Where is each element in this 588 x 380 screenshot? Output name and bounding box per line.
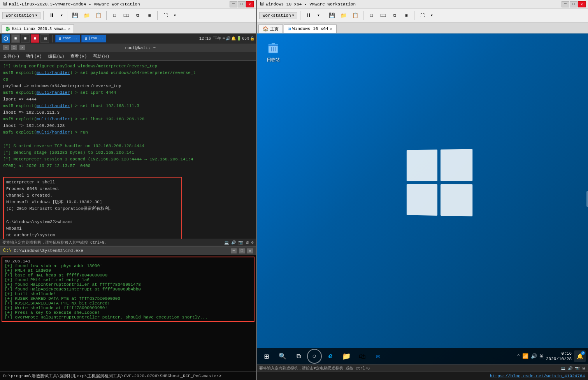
cmd-ctrl-close[interactable]: ✕ bbox=[247, 248, 253, 253]
kali-task-icon4[interactable]: ■ bbox=[31, 34, 39, 43]
right-btn2[interactable]: 📁 bbox=[339, 11, 349, 21]
left-btn1[interactable]: 💾 bbox=[70, 11, 80, 21]
bottom-cmd-area: C:\ C:\Windows\System32\cmd.exe ─ □ ✕ 60… bbox=[0, 246, 256, 380]
left-close-btn[interactable]: ✕ bbox=[246, 1, 254, 7]
left-btn5[interactable]: □□ bbox=[121, 11, 131, 21]
right-fullscreen-dd[interactable]: ▼ bbox=[429, 11, 434, 21]
right-pause-btn[interactable]: ⏸ bbox=[303, 11, 314, 21]
kali-root2-label: [roo... bbox=[89, 37, 104, 40]
home-icon: 🏠 bbox=[263, 26, 269, 32]
right-btn3[interactable]: 📋 bbox=[350, 11, 360, 21]
left-pause-dropdown[interactable]: ▼ bbox=[59, 11, 64, 21]
kali-tab-close[interactable]: ✕ bbox=[68, 26, 70, 31]
blog-url[interactable]: https://blog.csdn.net/weixin_41924764 bbox=[490, 374, 585, 378]
terminal-ctrl-restore[interactable]: □ bbox=[11, 45, 17, 50]
shell-line9: nt authority\system bbox=[6, 232, 179, 239]
term-line11: msf5 exploit(multi/handler) > run bbox=[3, 129, 253, 136]
term-line1: [*] Using configured payload windows/met… bbox=[3, 63, 253, 70]
win-mail-btn[interactable]: ✉ bbox=[371, 349, 386, 364]
tab-win10[interactable]: ⊞ Windows 10 x64 ✕ bbox=[284, 25, 337, 33]
left-btn2[interactable]: 📁 bbox=[82, 11, 92, 21]
right-title-text: Windows 10 x64 - VMware Workstation bbox=[266, 2, 560, 7]
vmware-right-window: 🖥 Windows 10 x64 - VMware Workstation ─ … bbox=[257, 0, 588, 380]
right-restore-btn[interactable]: □ bbox=[570, 1, 577, 7]
win-store-btn[interactable]: 🛍 bbox=[355, 349, 370, 364]
right-workstation-btn[interactable]: Workstation ▼ bbox=[259, 12, 297, 19]
recycle-bin-image bbox=[265, 40, 281, 55]
menu-view[interactable]: 查看(V) bbox=[70, 53, 87, 59]
windows-vm-content: 回收站 ⊞ 🔍 ⧉ ○ e 📁 🛍 bbox=[257, 33, 588, 364]
terminal-body[interactable]: [*] Using configured payload windows/met… bbox=[0, 61, 256, 239]
left-workstation-btn[interactable]: Workstation ▼ bbox=[2, 12, 40, 19]
menu-help[interactable]: 帮助(H) bbox=[93, 53, 109, 59]
cmd-body[interactable]: 60.206.141 [+] found low stub at phys ad… bbox=[0, 255, 256, 371]
left-title-text: Kali-Linux-2020.3-vmware-amd64 - VMware … bbox=[9, 2, 228, 7]
left-minimize-btn[interactable]: ─ bbox=[230, 1, 237, 7]
win-ie-btn[interactable]: e bbox=[323, 349, 338, 364]
win-start-btn[interactable]: ⊞ bbox=[259, 349, 274, 364]
kali-task-root[interactable]: 🖥 root... bbox=[55, 35, 80, 42]
shell-line5: (c) 2019 Microsoft Corporation保留所有权利。 bbox=[6, 206, 179, 212]
term-line4: payload => windows/x64/meterpreter/rever… bbox=[3, 83, 253, 90]
cmd-data-line12: [+] overwrote HalpInterruptController po… bbox=[5, 315, 251, 320]
right-toolbar-sep2 bbox=[324, 11, 324, 20]
kali-task-icon1[interactable] bbox=[2, 34, 10, 43]
right-minimize-btn[interactable]: ─ bbox=[562, 1, 569, 7]
win-taskview-btn[interactable]: ⧉ bbox=[291, 349, 306, 364]
menu-file[interactable]: 文件(F) bbox=[3, 53, 19, 59]
terminal-ctrl-close[interactable]: ✕ bbox=[19, 45, 25, 50]
right-toolbar-sep3 bbox=[363, 11, 363, 20]
right-fullscreen-btn[interactable]: ⛶ bbox=[417, 11, 427, 21]
left-titlebar: 🖥 Kali-Linux-2020.3-vmware-amd64 - VMwar… bbox=[0, 0, 256, 9]
kali-tab[interactable]: 🐉 Kali-Linux-2020.3-vmwar... ✕ bbox=[2, 25, 74, 33]
left-btn8[interactable]: ⛶ bbox=[160, 11, 170, 21]
term-line13: [*] Started reverse TCP handler on 192.1… bbox=[3, 143, 253, 150]
right-btn4[interactable]: □ bbox=[366, 11, 376, 21]
menu-action[interactable]: 动作(A) bbox=[26, 53, 42, 59]
right-blog-footer: https://blog.csdn.net/weixin_41924764 bbox=[257, 371, 588, 380]
kali-task-root2[interactable]: 🖥 [roo... bbox=[81, 35, 106, 42]
right-btn5[interactable]: □□ bbox=[378, 11, 388, 21]
win-search-btn[interactable]: 🔍 bbox=[275, 349, 290, 364]
left-btn4[interactable]: □ bbox=[109, 11, 119, 21]
right-btn7[interactable]: ⊞ bbox=[401, 11, 411, 21]
right-close-btn[interactable]: ✕ bbox=[578, 1, 586, 7]
left-workstation-label: Workstation bbox=[6, 13, 34, 18]
kali-task-icon3[interactable]: ■ bbox=[21, 34, 30, 43]
kali-task-icon5[interactable]: 🖥 bbox=[40, 34, 49, 43]
left-btn8-dd[interactable]: ▼ bbox=[172, 11, 177, 21]
left-status-icon3: 📷 bbox=[238, 240, 243, 245]
kali-bat-icon: 🔋 bbox=[237, 36, 241, 41]
left-pause-btn[interactable]: ⏸ bbox=[46, 11, 57, 21]
left-toolbar-sep1 bbox=[43, 11, 44, 20]
term-line17 bbox=[3, 169, 253, 176]
menu-edit[interactable]: 编辑(E) bbox=[48, 53, 65, 59]
recycle-bin-icon[interactable]: 回收站 bbox=[265, 40, 281, 63]
right-btn1[interactable]: 💾 bbox=[327, 11, 337, 21]
right-pause-dd[interactable]: ▼ bbox=[316, 11, 321, 21]
right-status-icons: 💻 🔊 📷 🖥 bbox=[561, 366, 586, 371]
cmd-ctrl-min[interactable]: ─ bbox=[231, 248, 237, 253]
win-notification-btn[interactable]: 🔔 2 bbox=[574, 350, 586, 362]
right-btn6[interactable]: ⧉ bbox=[390, 11, 400, 21]
left-btn3[interactable]: 📋 bbox=[93, 11, 104, 21]
win-cortana-btn[interactable]: ○ bbox=[307, 349, 322, 364]
win-tray-arrow[interactable]: ^ bbox=[517, 354, 520, 359]
win-explorer-btn[interactable]: 📁 bbox=[339, 349, 354, 364]
win-clock[interactable]: 0:16 2020/10/28 bbox=[546, 351, 572, 362]
left-btn6[interactable]: ⧉ bbox=[133, 11, 143, 21]
term-line15: [*] Meterpreter session 3 opened (192.16… bbox=[3, 156, 253, 163]
shell-section: meterpreter > shell Process 6648 created… bbox=[3, 177, 182, 239]
cmd-footer: D:\program\渗透测试工具\漏洞利用exp\主机漏洞检测工具\CVE-2… bbox=[0, 371, 256, 380]
left-restore-btn[interactable]: □ bbox=[238, 1, 246, 7]
tab-home[interactable]: 🏠 主页 bbox=[258, 25, 283, 33]
terminal-ctrl-minimize[interactable]: ─ bbox=[3, 45, 9, 50]
right-toolbar: Workstation ▼ ⏸ ▼ 💾 📁 📋 □ □□ ⧉ ⊞ ⛶ ▼ bbox=[257, 9, 588, 23]
left-btn7[interactable]: ⊞ bbox=[144, 11, 154, 21]
kali-task-icon2[interactable]: ■ bbox=[11, 34, 20, 43]
tab-win10-close[interactable]: ✕ bbox=[330, 26, 332, 31]
right-tabbar: 🏠 主页 ⊞ Windows 10 x64 ✕ bbox=[257, 23, 588, 33]
win-time: 0:16 bbox=[562, 351, 572, 356]
left-vm-icon: 🖥 bbox=[2, 1, 7, 7]
cmd-ctrl-restore[interactable]: □ bbox=[239, 248, 245, 253]
